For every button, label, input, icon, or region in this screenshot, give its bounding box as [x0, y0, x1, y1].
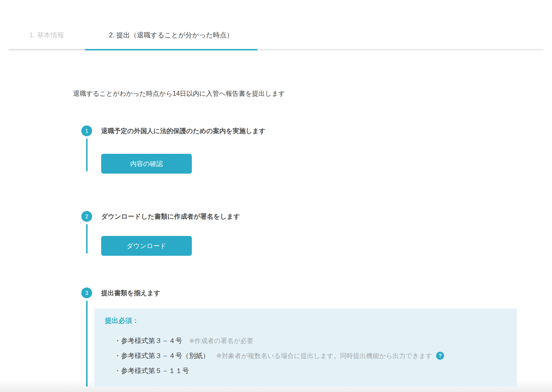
document-note: ※作成者の署名が必要 [189, 336, 253, 345]
tab-basic-info[interactable]: 1. 基本情報 [9, 21, 85, 50]
step-connector-line [86, 224, 88, 253]
step-2: 2 ダウンロードした書類に作成者が署名をします ダウンロード [81, 211, 552, 287]
required-documents-heading: 提出必須： [105, 316, 508, 325]
step-3-rail: 3 [81, 287, 92, 387]
document-item: ・参考様式第３－４号（別紙） ※対象者が複数名いる場合に提出します。同時提出機能… [114, 351, 508, 360]
step-3-title: 提出書類を揃えます [101, 287, 552, 298]
tab-submission[interactable]: 2. 提出（退職することが分かった時点） [85, 21, 257, 50]
step-tabbar: 1. 基本情報 2. 提出（退職することが分かった時点） [9, 21, 543, 50]
intro-text: 退職することがわかった時点から14日以内に入管へ報告書を提出します [73, 89, 552, 98]
download-button[interactable]: ダウンロード [101, 236, 192, 256]
tabbar-filler [257, 21, 543, 50]
step-connector-line [86, 139, 88, 171]
help-icon[interactable]: ? [436, 352, 444, 360]
document-name: ・参考様式第５－１１号 [114, 367, 189, 375]
step-1: 1 退職予定の外国人に法的保護のための案内を実施します 内容の確認 [81, 125, 552, 211]
step-3: 3 提出書類を揃えます 提出必須： ・参考様式第３－４号 ※作成者の署名が必要 … [81, 287, 552, 392]
document-item: ・参考様式第５－１１号 [114, 367, 508, 375]
step-1-rail: 1 [81, 125, 92, 174]
step-connector-line [86, 301, 88, 387]
document-name: ・参考様式第３－４号（別紙） [114, 351, 209, 360]
step-2-title: ダウンロードした書類に作成者が署名をします [101, 211, 552, 222]
step-1-title: 退職予定の外国人に法的保護のための案内を実施します [101, 125, 552, 136]
document-item: ・参考様式第３－４号 ※作成者の署名が必要 [114, 336, 508, 345]
document-note: ※対象者が複数名いる場合に提出します。同時提出機能から出力できます [216, 351, 432, 360]
document-name: ・参考様式第３－４号 [114, 336, 182, 345]
required-documents-list: ・参考様式第３－４号 ※作成者の署名が必要 ・参考様式第３－４号（別紙） ※対象… [114, 336, 508, 375]
step-3-number-badge: 3 [81, 287, 92, 298]
step-1-number-badge: 1 [81, 125, 92, 136]
steps-timeline: 1 退職予定の外国人に法的保護のための案内を実施します 内容の確認 2 ダウンロ… [81, 125, 552, 392]
required-documents-box: 提出必須： ・参考様式第３－４号 ※作成者の署名が必要 ・参考様式第３－４号（別… [94, 308, 517, 387]
step-2-rail: 2 [81, 211, 92, 256]
step-2-number-badge: 2 [81, 211, 92, 222]
confirm-content-button[interactable]: 内容の確認 [101, 154, 192, 174]
